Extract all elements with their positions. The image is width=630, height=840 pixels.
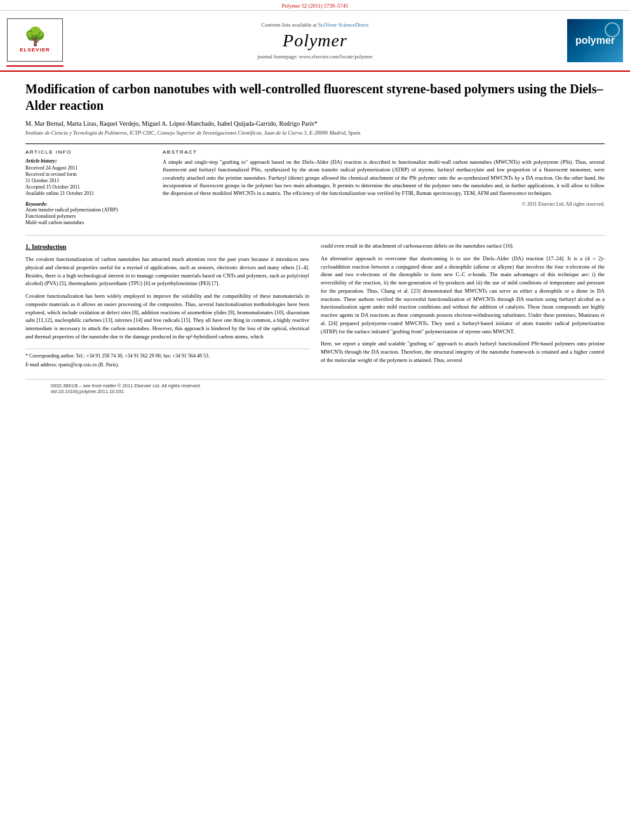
elsevier-tree-icon: 🌳 [24,28,46,46]
journal-title: Polymer [70,30,560,51]
body-paragraph-right-1: could even result in the attachment of c… [321,242,605,250]
keyword-2: Functionalized polymers [25,213,152,219]
history-label: Article history: [25,158,152,164]
abstract-text: A simple and single-step "grafting to" a… [163,158,605,197]
journal-center-info: Contents lists available at SciVerse Sci… [70,22,560,60]
body-left-column: 1. Introduction The covalent functionali… [25,242,309,370]
journal-header: 🌳 ELSEVIER Contents lists available at S… [0,11,630,72]
polymer-logo-box: polymer [567,19,623,62]
authors-text: M. Mar Bernal, Marta Liras, Raquel Verde… [25,120,318,127]
accepted-date: Accepted 15 October 2011 [25,184,152,190]
section1-title: 1. Introduction [25,242,309,251]
abstract-heading: ABSTRACT [163,149,605,155]
authors-line: M. Mar Bernal, Marta Liras, Raquel Verde… [25,120,605,127]
keyword-1: Atom transfer radical polymerization (AT… [25,207,152,213]
keywords-label: Keywords: [25,201,152,207]
body-paragraph-2: Covalent functionalization has been wide… [25,292,309,341]
abstract-column: ABSTRACT A simple and single-step "graft… [163,149,605,226]
affiliation-text: Instituto de Ciencia y Tecnología de Pol… [25,130,605,136]
article-title: Modification of carbon nanotubes with we… [25,81,605,114]
polymer-logo-section: polymer [566,19,624,62]
received-revised-label: Received in revised form [25,171,152,177]
article-info-heading: ARTICLE INFO [25,149,152,155]
keywords-section: Keywords: Atom transfer radical polymeri… [25,201,152,225]
info-abstract-section: ARTICLE INFO Article history: Received 2… [25,143,605,226]
issn-line: 0032-3861/$ – see front matter © 2011 El… [51,383,579,389]
top-citation-bar: Polymer 52 (2011) 5739–5745 [0,0,630,11]
sciverse-link[interactable]: SciVerse ScienceDirect [318,22,369,28]
body-paragraph-1: The covalent functionalization of carbon… [25,255,309,288]
footnote-corresponding: * Corresponding author. Tel.: +34 91 258… [25,352,309,360]
contents-line: Contents lists available at SciVerse Sci… [70,22,560,28]
body-paragraph-right-2: An alternative approach to overcome that… [321,255,605,336]
footnote-email: E-mail address: rparis@ictp.csic.es (R. … [25,361,309,369]
bottom-bar: 0032-3861/$ – see front matter © 2011 El… [25,379,605,394]
body-paragraph-right-3: Here, we report a simple and scalable "g… [321,340,605,364]
footnotes-section: * Corresponding author. Tel.: +34 91 258… [25,349,309,369]
doi-line: doi:10.1016/j.polymer.2011.10.031 [51,389,579,394]
elsevier-box: 🌳 ELSEVIER [7,18,63,62]
homepage-line: journal homepage: www.elsevier.com/locat… [70,53,560,60]
polymer-logo-text: polymer [575,35,615,46]
elsevier-logo-section: 🌳 ELSEVIER [6,15,64,67]
section-divider [25,235,605,236]
revised-date: 11 October 2011 [25,178,152,183]
article-content: Modification of carbon nanotubes with we… [0,72,630,407]
received-date: Received 24 August 2011 [25,165,152,171]
elsevier-label-text: ELSEVIER [20,47,50,53]
citation-text: Polymer 52 (2011) 5739–5745 [282,3,348,9]
body-two-column: 1. Introduction The covalent functionali… [25,242,605,370]
available-date: Available online 21 October 2011 [25,190,152,196]
body-right-column: could even result in the attachment of c… [321,242,605,370]
copyright-line: © 2011 Elsevier Ltd. All rights reserved… [163,201,605,207]
article-info-column: ARTICLE INFO Article history: Received 2… [25,149,152,226]
keyword-3: Multi-wall carbon nanotubes [25,220,152,225]
